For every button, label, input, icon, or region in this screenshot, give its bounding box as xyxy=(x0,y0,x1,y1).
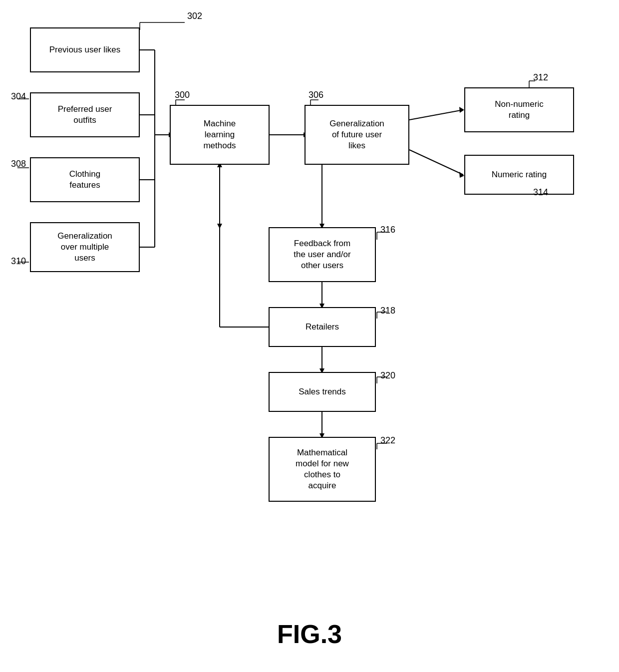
generalization-multiple-label: Generalizationover multipleusers xyxy=(57,231,112,264)
numeric-rating-label: Numeric rating xyxy=(492,169,547,180)
ref-304: 304 xyxy=(11,91,26,102)
machine-learning-box: Machinelearningmethods xyxy=(170,105,270,165)
svg-line-9 xyxy=(409,110,463,120)
non-numeric-rating-box: Non-numericrating xyxy=(464,87,574,132)
figure-label: FIG.3 xyxy=(245,619,374,649)
mathematical-model-box: Mathematicalmodel for newclothes toacqui… xyxy=(269,437,376,502)
ref-314: 314 xyxy=(533,187,548,198)
machine-learning-label: Machinelearningmethods xyxy=(203,118,236,151)
retailers-box: Retailers xyxy=(269,307,376,347)
previous-user-likes-label: Previous user likes xyxy=(49,44,121,55)
svg-line-11 xyxy=(409,150,463,175)
ref-322: 322 xyxy=(380,435,395,446)
svg-marker-10 xyxy=(459,107,464,113)
mathematical-model-label: Mathematicalmodel for newclothes toacqui… xyxy=(296,447,349,491)
non-numeric-rating-label: Non-numericrating xyxy=(495,99,543,121)
ref-316: 316 xyxy=(380,225,395,235)
diagram: Previous user likes Preferred useroutfit… xyxy=(0,0,619,672)
numeric-rating-box: Numeric rating xyxy=(464,155,574,195)
svg-marker-16 xyxy=(217,224,222,229)
generalization-multiple-box: Generalizationover multipleusers xyxy=(30,222,140,272)
clothing-features-box: Clothingfeatures xyxy=(30,157,140,202)
ref-320: 320 xyxy=(380,370,395,381)
sales-trends-label: Sales trends xyxy=(299,386,346,397)
sales-trends-box: Sales trends xyxy=(269,372,376,412)
previous-user-likes-box: Previous user likes xyxy=(30,27,140,72)
preferred-user-outfits-label: Preferred useroutfits xyxy=(58,104,112,126)
ref-310: 310 xyxy=(11,256,26,267)
ref-308: 308 xyxy=(11,159,26,169)
retailers-label: Retailers xyxy=(306,322,339,333)
ref-300: 300 xyxy=(175,90,190,100)
feedback-label: Feedback fromthe user and/orother users xyxy=(294,238,350,271)
ref-318: 318 xyxy=(380,306,395,316)
ref-302: 302 xyxy=(187,11,202,21)
ref-312: 312 xyxy=(533,72,548,83)
ref-306: 306 xyxy=(309,90,323,100)
preferred-user-outfits-box: Preferred useroutfits xyxy=(30,92,140,137)
generalization-future-box: Generalizationof future userlikes xyxy=(305,105,409,165)
generalization-future-label: Generalizationof future userlikes xyxy=(329,118,384,151)
feedback-box: Feedback fromthe user and/orother users xyxy=(269,227,376,282)
svg-marker-12 xyxy=(459,172,464,178)
clothing-features-label: Clothingfeatures xyxy=(69,169,100,191)
